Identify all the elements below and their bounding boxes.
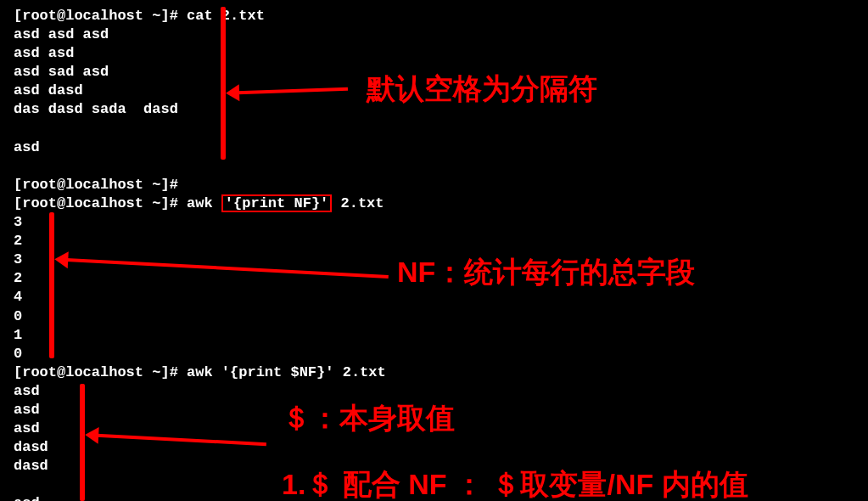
output-line: asd asd bbox=[14, 44, 854, 63]
output-line: 3 bbox=[14, 213, 854, 232]
annotation-default-space: 默认空格为分隔符 bbox=[367, 70, 597, 109]
cmd-line-empty: [root@localhost ~]# bbox=[14, 176, 854, 194]
output-line bbox=[14, 157, 854, 176]
red-vertical-bar-2 bbox=[49, 212, 54, 358]
cmd-cat: cat bbox=[178, 8, 213, 24]
highlight-print-nf: '{print NF}' bbox=[221, 194, 332, 212]
prompt: [root@localhost ~]# bbox=[14, 364, 178, 380]
annotation-dollar-nf: 1.＄ 配合 NF ： ＄取变量/NF 内的值 bbox=[282, 465, 748, 501]
output-line: dasd bbox=[14, 438, 854, 457]
output-line: asd asd asd bbox=[14, 25, 854, 44]
annotation-nf-count: NF：统计每行的总字段 bbox=[397, 253, 695, 292]
cmd-line-cat: [root@localhost ~]# cat 2.txt bbox=[14, 7, 854, 25]
prompt: [root@localhost ~]# bbox=[14, 8, 178, 24]
red-vertical-bar-1 bbox=[221, 7, 226, 160]
cmd-line-awk-nf: [root@localhost ~]# awk '{print NF}' 2.t… bbox=[14, 194, 854, 213]
cmd-line-awk-dollarnf: [root@localhost ~]# awk '{print $NF}' 2.… bbox=[14, 363, 854, 382]
output-line: 0 bbox=[14, 345, 854, 363]
annotation-dollar-self: ＄：本身取值 bbox=[282, 399, 455, 438]
output-line bbox=[14, 120, 854, 138]
prompt: [root@localhost ~]# bbox=[14, 195, 178, 211]
output-line: asd bbox=[14, 382, 854, 401]
cmd-awk-post: 2.txt bbox=[332, 195, 384, 211]
cmd-awk-dnf: awk '{print $NF}' 2.txt bbox=[178, 364, 386, 380]
cmd-awk-pre: awk bbox=[178, 195, 221, 211]
output-line: 2 bbox=[14, 232, 854, 250]
output-line: 1 bbox=[14, 326, 854, 345]
prompt: [root@localhost ~]# bbox=[14, 177, 178, 193]
output-line: 0 bbox=[14, 307, 854, 326]
output-line: asd bbox=[14, 138, 854, 157]
